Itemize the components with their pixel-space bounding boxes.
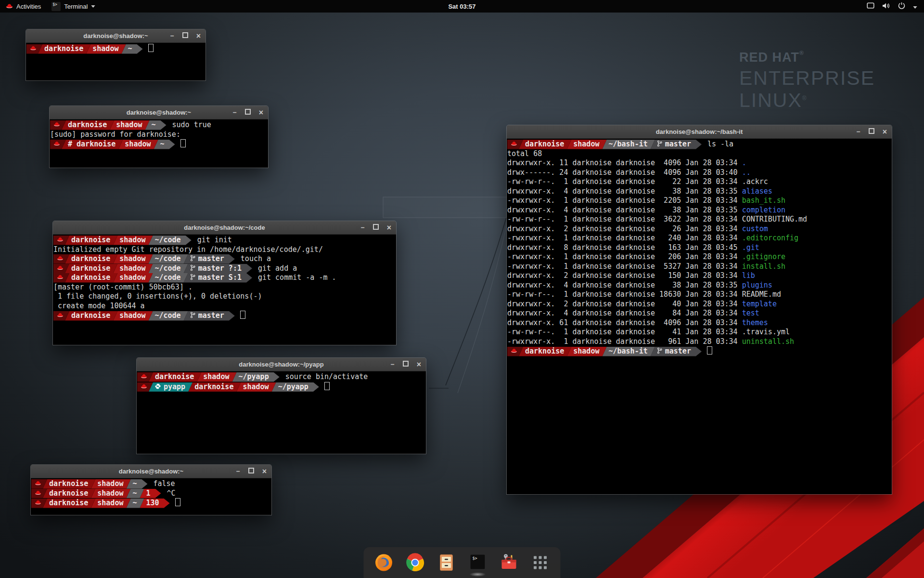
prompt-host-segment: shadow: [86, 44, 126, 54]
prompt-line: darknoiseshadow~/codemaster S:1git commi…: [53, 273, 396, 283]
minimize-button[interactable]: –: [857, 125, 860, 138]
minimize-button[interactable]: –: [391, 358, 395, 371]
terminal-output-line: Initialized empty Git repository in /hom…: [53, 245, 396, 255]
prompt-git-segment: master: [651, 140, 702, 149]
window-titlebar[interactable]: darknoise@shadow:~–×: [26, 29, 205, 43]
activities-label: Activities: [16, 3, 41, 10]
prompt-path-segment: ~/bash-it: [602, 347, 654, 356]
maximize-icon: [182, 32, 188, 38]
ls-entry-meta: -rwxrwxr-x. 1 darknoise darknoise 240 Ja…: [507, 234, 742, 242]
close-button[interactable]: ×: [883, 125, 887, 138]
volume-icon[interactable]: [882, 2, 890, 11]
menu-caret-icon: [91, 5, 95, 8]
redhat-icon: [57, 265, 64, 270]
close-button[interactable]: ×: [417, 358, 421, 371]
activities-button[interactable]: Activities: [0, 0, 47, 13]
ls-entry-name: .editorconfig: [742, 234, 798, 242]
maximize-button[interactable]: [245, 106, 251, 119]
display-icon[interactable]: [867, 2, 874, 10]
terminal-output-line: create mode 100644 a: [53, 302, 396, 311]
prompt-host-segment: shadow: [567, 347, 606, 356]
prompt-host-segment: shadow: [113, 254, 153, 264]
ls-entry-meta: drwxrwxr-x. 2 darknoise darknoise 40 Jan…: [507, 300, 742, 308]
close-button[interactable]: ×: [387, 221, 391, 234]
maximize-button[interactable]: [182, 29, 188, 42]
maximize-button[interactable]: [373, 221, 379, 234]
chevron-down-icon[interactable]: [913, 3, 917, 10]
terminal-content[interactable]: darknoiseshadow~: [26, 43, 205, 80]
prompt-user-segment: darknoise: [519, 140, 571, 149]
window-titlebar[interactable]: darknoise@shadow:~–×: [50, 106, 268, 119]
prompt-host-segment: shadow: [91, 479, 130, 489]
dock-item-files[interactable]: [437, 553, 456, 572]
terminal-cursor: [707, 346, 712, 355]
app-menu[interactable]: $> Terminal: [47, 0, 100, 13]
terminal-content[interactable]: darknoiseshadow~/pyappsource bin/activat…: [137, 371, 426, 454]
terminal-window-sudo: darknoise@shadow:~–×darknoiseshadow~sudo…: [50, 106, 268, 168]
minimize-button[interactable]: –: [236, 465, 240, 478]
ls-entry-meta: -rw-rw-r--. 1 darknoise darknoise 41 Jan…: [507, 328, 742, 336]
python-icon: [155, 383, 161, 389]
window-titlebar[interactable]: darknoise@shadow:~–×: [31, 465, 271, 478]
window-titlebar[interactable]: darknoise@shadow:~/code–×: [53, 221, 396, 235]
ls-entry-meta: -rwxrwxr-x. 1 darknoise darknoise 206 Ja…: [507, 252, 742, 261]
terminal-content[interactable]: darknoiseshadow~/codegit initInitialized…: [53, 235, 396, 345]
maximize-button[interactable]: [869, 125, 874, 138]
typed-command: false: [154, 479, 175, 488]
window-title: darknoise@shadow:~/bash-it: [507, 125, 892, 138]
close-button[interactable]: ×: [262, 465, 267, 478]
dock-item-chrome[interactable]: [406, 553, 425, 572]
minimize-button[interactable]: –: [233, 106, 237, 119]
prompt-line: darknoiseshadow~/codemaster ?:1git add a: [53, 264, 396, 274]
prompt-user-segment: darknoise: [149, 372, 201, 382]
ls-entry-name: uninstall.sh: [742, 337, 794, 346]
dock-item-toolbox[interactable]: [500, 553, 519, 572]
toolbox-icon: [500, 553, 519, 572]
prompt-user-segment: darknoise: [65, 254, 117, 264]
prompt-line: darknoiseshadow~/codemastertouch a: [53, 254, 396, 264]
ls-entry-name: .gitignore: [742, 252, 785, 261]
typed-command: source bin/activate: [285, 372, 368, 381]
minimize-button[interactable]: –: [361, 221, 365, 234]
prompt-line: darknoiseshadow~/codemaster: [53, 311, 396, 320]
ls-entry-name: README.md: [742, 290, 781, 299]
maximize-icon: [245, 109, 251, 115]
ls-entry-name: .travis.yml: [742, 328, 790, 336]
terminal-content[interactable]: darknoiseshadow~/bash-itmasterls -latota…: [507, 139, 892, 494]
ls-entry-name: CONTRIBUTING.md: [742, 215, 807, 223]
prompt-user-segment: darknoise: [38, 44, 90, 54]
prompt-line: pyappdarknoiseshadow~/pyapp: [137, 382, 426, 392]
terminal-output-line: -rwxrwxr-x. 1 darknoise darknoise 206 Ja…: [507, 252, 892, 262]
prompt-path-segment: ~/code: [148, 311, 188, 321]
firefox-icon: [374, 553, 394, 572]
typed-command: git add a: [258, 264, 297, 273]
close-button[interactable]: ×: [196, 29, 201, 42]
window-title: darknoise@shadow:~: [31, 465, 271, 478]
prompt-user-segment: darknoise: [519, 347, 571, 356]
ls-entry-meta: -rw-rw-r--. 1 darknoise darknoise 22 Jan…: [507, 177, 742, 186]
minimize-button[interactable]: –: [170, 29, 174, 42]
terminal-content[interactable]: darknoiseshadow~sudo true[sudo] password…: [50, 119, 268, 168]
redhat-logo-icon: [6, 3, 13, 10]
redhat-icon: [53, 141, 60, 146]
prompt-host-segment: shadow: [197, 372, 236, 382]
prompt-user-segment: darknoise: [65, 236, 117, 245]
prompt-path-segment: ~/pyapp: [272, 382, 319, 392]
power-icon[interactable]: [898, 2, 905, 11]
window-titlebar[interactable]: darknoise@shadow:~/bash-it–×: [507, 125, 892, 139]
terminal-cursor: [240, 311, 245, 319]
maximize-button[interactable]: [248, 465, 254, 478]
dock-item-firefox[interactable]: [374, 553, 394, 572]
redhat-icon: [141, 374, 147, 379]
clock[interactable]: Sat 03:57: [0, 3, 924, 10]
maximize-button[interactable]: [403, 358, 409, 371]
terminal-content[interactable]: darknoiseshadow~falsedarknoiseshadow~1^C…: [31, 478, 271, 515]
close-button[interactable]: ×: [259, 106, 263, 119]
prompt-path-segment: ~/bash-it: [602, 140, 654, 149]
typed-command: ^C: [167, 489, 176, 498]
dock-item-terminal[interactable]: $>: [468, 553, 488, 572]
window-titlebar[interactable]: darknoise@shadow:~/pyapp–×: [137, 358, 426, 371]
ls-entry-name: ..: [742, 168, 751, 177]
dock-item-app-grid[interactable]: [531, 553, 550, 572]
typed-command: git init: [197, 236, 232, 244]
